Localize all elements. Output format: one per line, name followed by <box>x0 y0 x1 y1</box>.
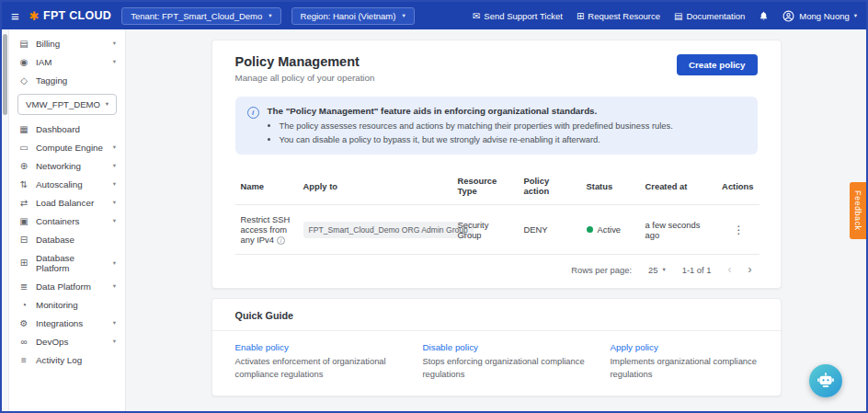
documentation-link[interactable]: ▤ Documentation <box>674 11 745 21</box>
chevron-down-icon: ▾ <box>113 319 116 327</box>
created-at-cell: a few seconds ago <box>640 205 715 255</box>
sidebar-item-label: Load Balancer <box>36 198 94 208</box>
vertical-scrollbar[interactable] <box>2 29 9 411</box>
sidebar-item-devops[interactable]: ∞ DevOps ▾ <box>9 332 125 350</box>
compute-engine-icon: ▭ <box>18 143 29 153</box>
chevron-down-icon: ▾ <box>113 282 116 290</box>
user-menu[interactable]: Mong Nuong ▾ <box>782 10 857 22</box>
sidebar-item-autoscaling[interactable]: ⇅ Autoscaling ▾ <box>9 175 125 193</box>
row-actions-kebab-icon[interactable]: ⋮ <box>734 224 754 236</box>
page-body: ▤ Billing ▾ ◉ IAM ▾ ◇ Tagging VMW_FPT_DE… <box>2 29 866 411</box>
activity-log-icon: ≡ <box>18 355 29 365</box>
sidebar-item-database-platform[interactable]: ⊞ Database Platform ▾ <box>9 248 125 277</box>
page-subtitle: Manage all policy of your operation <box>235 73 375 83</box>
sidebar-item-tagging[interactable]: ◇ Tagging <box>9 71 125 89</box>
region-label: Region: Hanoi (Vietnam) <box>301 11 396 21</box>
rows-per-page-select[interactable]: 25 ▾ <box>648 265 666 275</box>
status-badge: Active <box>598 224 622 235</box>
request-resource-label: Request Resource <box>588 11 660 21</box>
apply-policy-link[interactable]: Apply policy <box>611 342 758 352</box>
sidebar-item-label: DevOps <box>36 337 68 347</box>
alert-bullet: You can disable a policy to bypass it, b… <box>280 133 673 145</box>
previous-page-icon[interactable]: ‹ <box>728 264 732 275</box>
quick-guide-item: Disable policy Stops enforcing organizat… <box>423 342 596 380</box>
autoscaling-icon: ⇅ <box>18 179 29 189</box>
notifications-bell-icon[interactable] <box>759 10 769 21</box>
apply-policy-description: Implements organizational compliance reg… <box>611 355 758 380</box>
app-window: ≡ ✱ FPT CLOUD Tenant: FPT_Smart_Cloud_De… <box>0 0 868 413</box>
chevron-down-icon: ▾ <box>113 338 116 345</box>
chevron-down-icon: ▾ <box>113 40 116 47</box>
enable-policy-link[interactable]: Enable policy <box>235 342 408 352</box>
sidebar-item-label: Database Platform <box>36 253 107 273</box>
data-platform-icon: ≣ <box>18 281 29 292</box>
quick-guide-title: Quick Guide <box>212 310 781 331</box>
sidebar-item-label: Dashboard <box>36 124 80 134</box>
sidebar-item-compute-engine[interactable]: ▭ Compute Engine ▾ <box>9 138 125 156</box>
hamburger-menu-icon[interactable]: ≡ <box>11 9 19 23</box>
brand-logo[interactable]: ✱ FPT CLOUD <box>29 9 111 23</box>
user-name: Mong Nuong <box>799 11 849 21</box>
next-page-icon[interactable]: › <box>748 264 752 275</box>
chevron-down-icon: ▾ <box>268 13 271 19</box>
sidebar-item-iam[interactable]: ◉ IAM ▾ <box>9 52 125 71</box>
ai-assistant-button[interactable] <box>809 364 842 397</box>
alert-title: The "Policy Management" feature aids in … <box>268 106 673 116</box>
monitoring-icon: ◔ <box>18 300 29 310</box>
apply-to-chip: FPT_Smart_Cloud_Demo ORG Admin Group <box>303 222 474 238</box>
info-alert: i The "Policy Management" feature aids i… <box>235 97 758 155</box>
alert-bullet: The policy assesses resources and action… <box>280 120 673 132</box>
pagination-range: 1-1 of 1 <box>682 265 712 275</box>
devops-icon: ∞ <box>18 337 29 347</box>
sidebar-item-data-platform[interactable]: ≣ Data Platform ▾ <box>9 277 125 295</box>
policy-name-cell: Restrict SSH access from any IPv4i <box>235 205 298 255</box>
sidebar-item-integrations[interactable]: ⚙ Integrations ▾ <box>9 314 125 332</box>
sidebar-item-label: Compute Engine <box>36 143 103 153</box>
disable-policy-link[interactable]: Disable policy <box>423 342 596 352</box>
sidebar-item-label: Autoscaling <box>36 179 83 189</box>
tenant-selector[interactable]: Tenant: FPT_Smart_Cloud_Demo ▾ <box>121 7 280 25</box>
sidebar-item-load-balancer[interactable]: ⇄ Load Balancer ▾ <box>9 193 125 212</box>
column-header-resource-type: Resource Type <box>452 167 519 205</box>
sidebar-item-label: Monitoring <box>36 300 78 310</box>
page-title: Policy Management <box>235 54 375 69</box>
sidebar-item-label: Data Platform <box>36 281 91 292</box>
quick-guide-card: Quick Guide Enable policy Activates enfo… <box>211 298 782 396</box>
table-row[interactable]: Restrict SSH access from any IPv4i FPT_S… <box>235 205 760 255</box>
project-select-value: VMW_FPT_DEMO <box>26 99 100 109</box>
create-policy-button[interactable]: Create policy <box>677 54 758 75</box>
request-resource-link[interactable]: ⊞ Request Resource <box>577 11 660 21</box>
sidebar-item-containers[interactable]: ▣ Containers ▾ <box>9 212 125 230</box>
sidebar-item-label: Containers <box>36 216 79 226</box>
send-support-ticket-link[interactable]: ✉ Send Support Ticket <box>473 11 563 21</box>
chevron-down-icon: ▾ <box>113 58 116 65</box>
feedback-tab[interactable]: Feedback <box>850 182 866 239</box>
documentation-label: Documentation <box>686 11 745 21</box>
load-balancer-icon: ⇄ <box>18 198 29 208</box>
sidebar-item-monitoring[interactable]: ◔ Monitoring <box>9 295 125 314</box>
sidebar-item-billing[interactable]: ▤ Billing ▾ <box>9 34 125 52</box>
sidebar-item-database[interactable]: ⊟ Database <box>9 230 125 248</box>
user-avatar-icon <box>782 10 794 22</box>
dashboard-icon: ▦ <box>18 124 29 134</box>
chevron-down-icon: ▾ <box>662 267 665 273</box>
iam-icon: ◉ <box>18 57 29 67</box>
sidebar-item-activity-log[interactable]: ≡ Activity Log <box>9 350 125 369</box>
chevron-down-icon: ▾ <box>402 13 405 19</box>
policy-table: Name Apply to Resource Type Policy actio… <box>235 167 760 255</box>
scrollbar-thumb[interactable] <box>3 34 7 115</box>
ai-robot-icon <box>817 372 835 390</box>
sidebar-item-label: Activity Log <box>36 355 82 365</box>
column-header-created-at: Created at <box>640 167 715 205</box>
support-ticket-icon: ✉ <box>473 11 480 21</box>
region-selector[interactable]: Region: Hanoi (Vietnam) ▾ <box>291 7 415 25</box>
chevron-down-icon: ▾ <box>113 162 116 169</box>
project-select[interactable]: VMW_FPT_DEMO ▾ <box>17 94 117 115</box>
top-navbar: ≡ ✱ FPT CLOUD Tenant: FPT_Smart_Cloud_De… <box>2 2 866 29</box>
brand-text: FPT CLOUD <box>43 9 111 22</box>
policy-action-cell: DENY <box>519 205 581 255</box>
sidebar-item-networking[interactable]: ⊕ Networking ▾ <box>9 156 125 175</box>
sidebar-item-label: Networking <box>36 161 81 171</box>
sidebar-item-dashboard[interactable]: ▦ Dashboard <box>9 120 125 138</box>
info-icon: i <box>277 236 285 245</box>
